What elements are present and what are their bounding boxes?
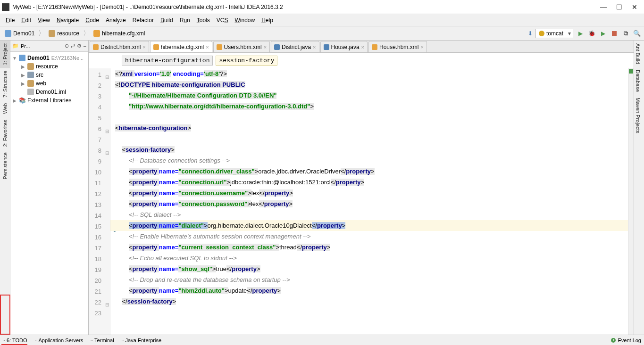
minimize-button[interactable]: — <box>600 3 607 11</box>
breadcrumb-resource[interactable]: resource <box>47 29 81 38</box>
menu-window[interactable]: Window <box>232 16 258 25</box>
code-line[interactable] <box>115 133 628 144</box>
code-line[interactable]: <hibernate-configuration> <box>115 123 628 133</box>
stop-button[interactable] <box>610 29 619 38</box>
left-tool-1--project[interactable]: 1: Project <box>0 41 10 68</box>
xml-crumb-hibernate-configuration[interactable]: hibernate-configuration <box>122 56 213 66</box>
line-number: 9 <box>89 156 110 167</box>
code-line[interactable]: <!-- SQL dialect --> <box>115 209 628 220</box>
code-line[interactable]: "http://www.hibernate.org/dtd/hibernate-… <box>115 101 628 112</box>
tree-node-Demo01.iml[interactable]: Demo01.iml <box>10 88 88 96</box>
menu-analyze[interactable]: Analyze <box>103 16 129 25</box>
run-button[interactable]: ▶ <box>576 29 585 38</box>
close-button[interactable]: ✕ <box>632 3 637 11</box>
search-icon[interactable]: 🔍 <box>633 29 641 38</box>
coverage-button[interactable]: ▶ <box>599 29 607 38</box>
close-icon[interactable]: × <box>361 44 364 50</box>
bottom-tool-6--todo[interactable]: ▫6: TODO <box>3 337 27 343</box>
bottom-tool-application-servers[interactable]: ▫Application Servers <box>35 337 84 343</box>
menu-tools[interactable]: Tools <box>194 16 213 25</box>
code-line[interactable]: <!-- Drop and re-create the database sch… <box>115 274 628 285</box>
right-tool-ant-build[interactable]: Ant Build <box>634 41 642 67</box>
breadcrumb-label: Demo01 <box>13 30 34 37</box>
code-line[interactable]: <session-factory> <box>115 144 628 155</box>
line-number: 1⊟ <box>89 69 110 80</box>
breadcrumb-hibernate.cfg.xml[interactable]: hibernate.cfg.xml <box>92 29 147 38</box>
code-line[interactable]: <property name="connection.url">jdbc:ora… <box>115 177 628 188</box>
close-icon[interactable]: × <box>264 44 267 50</box>
line-number: 14 <box>89 210 110 221</box>
left-tool-7--structure[interactable]: 7: Structure <box>0 68 10 100</box>
tab-District.hbm.xml[interactable]: District.hbm.xml× <box>90 41 149 52</box>
menu-help[interactable]: Help <box>259 16 276 25</box>
close-icon[interactable]: × <box>142 44 145 50</box>
code-line[interactable]: <property name="current_session_context_… <box>115 242 628 253</box>
menu-vcs[interactable]: VCS <box>214 16 231 25</box>
code-line[interactable]: "-//Hibernate/Hibernate Configuration DT… <box>115 90 628 101</box>
window-title: MyWeb - [E:\Y2163New\MyWeb] - [Demo01] -… <box>12 4 600 10</box>
menu-view[interactable]: View <box>35 16 53 25</box>
code-line[interactable]: </session-factory> <box>115 296 628 307</box>
code-line[interactable]: <property name="show_sql">true</property… <box>115 263 628 274</box>
tab-label: Users.hbm.xml <box>224 44 262 50</box>
tab-House.hbm.xml[interactable]: House.hbm.xml× <box>368 41 427 52</box>
pt-collapse-icon[interactable]: ⊙ <box>65 43 69 49</box>
breadcrumb-Demo01[interactable]: Demo01 <box>3 29 36 38</box>
close-icon[interactable]: × <box>420 44 423 50</box>
menu-edit[interactable]: Edit <box>18 16 34 25</box>
right-tool-database[interactable]: Database <box>634 67 642 95</box>
tree-label: web <box>36 80 46 87</box>
pt-scroll-icon[interactable]: ⇄ <box>71 43 75 49</box>
code-line[interactable]: <property name="connection.username">lex… <box>115 188 628 198</box>
menu-navigate[interactable]: Navigate <box>54 16 82 25</box>
code-line[interactable] <box>115 112 628 123</box>
menu-build[interactable]: Build <box>158 16 176 25</box>
left-tool-2--favorites[interactable]: 2: Favorites <box>0 117 10 149</box>
code-line[interactable] <box>115 307 628 318</box>
pt-hide-icon[interactable]: − <box>84 43 86 49</box>
menu-code[interactable]: Code <box>83 16 102 25</box>
maximize-button[interactable]: ☐ <box>616 3 622 11</box>
tomcat-icon <box>539 31 544 36</box>
menu-refactor[interactable]: Refactor <box>130 16 157 25</box>
code-content[interactable]: <?xml version='1.0' encoding='utf-8'?><!… <box>110 68 628 335</box>
code-line[interactable]: <?xml version='1.0' encoding='utf-8'?> <box>115 68 628 79</box>
close-icon[interactable]: × <box>206 44 209 50</box>
code-line[interactable]: <property name="connection.password">lex… <box>115 198 628 209</box>
code-line[interactable]: <!-- Database connection settings --> <box>115 155 628 166</box>
close-icon[interactable]: × <box>313 44 316 50</box>
xml-breadcrumb: hibernate-configurationsession-factory <box>89 53 634 68</box>
line-gutter: 1⊟23456⊟78⊟9101112131415💡16171819202122⊟… <box>89 68 110 335</box>
tree-root[interactable]: ▼ Demo01 E:\Y2163Ne... <box>10 54 88 62</box>
tab-House.java[interactable]: House.java× <box>320 41 368 52</box>
code-line[interactable]: <property name="hbm2ddl.auto">update</pr… <box>115 285 628 296</box>
event-log-button[interactable]: 1Event Log <box>611 337 641 343</box>
menu-file[interactable]: File <box>3 16 17 25</box>
code-line[interactable]: <!DOCTYPE hibernate-configuration PUBLIC <box>115 79 628 90</box>
menu-run[interactable]: Run <box>177 16 193 25</box>
code-line[interactable]: <!-- Enable Hibernate's automatic sessio… <box>115 231 628 242</box>
down-arrow-icon[interactable]: ⬇ <box>528 30 533 37</box>
bottom-tool-java-enterprise[interactable]: ▫Java Enterprise <box>122 337 161 343</box>
tab-District.java[interactable]: District.java× <box>271 41 319 52</box>
tree-node-web[interactable]: ▶web <box>10 79 88 88</box>
tab-Users.hbm.xml[interactable]: Users.hbm.xml× <box>213 41 270 52</box>
bottom-tool-terminal[interactable]: ▫Terminal <box>91 337 114 343</box>
code-editor[interactable]: 1⊟23456⊟78⊟9101112131415💡16171819202122⊟… <box>89 68 634 335</box>
project-tree[interactable]: ▼ Demo01 E:\Y2163Ne... ▶resource▶src▶web… <box>10 52 88 107</box>
xml-crumb-session-factory[interactable]: session-factory <box>216 56 277 66</box>
tree-node-src[interactable]: ▶src <box>10 71 88 79</box>
code-line[interactable]: <property name="connection.driver_class"… <box>115 166 628 177</box>
project-structure-button[interactable]: ⧉ <box>621 29 630 38</box>
tree-ext-libs[interactable]: ▶📚 External Libraries <box>10 96 88 105</box>
right-tool-maven-projects[interactable]: Maven Projects <box>634 95 642 136</box>
left-tool-web[interactable]: Web <box>0 100 10 116</box>
code-line[interactable]: <!-- Echo all executed SQL to stdout --> <box>115 253 628 263</box>
code-line[interactable]: <property name="dialect">org.hibernate.d… <box>110 220 628 231</box>
tree-node-resource[interactable]: ▶resource <box>10 62 88 71</box>
tab-hibernate.cfg.xml[interactable]: hibernate.cfg.xml× <box>150 41 212 52</box>
debug-button[interactable]: 🐞 <box>587 29 596 38</box>
pt-gear-icon[interactable]: ⚙ <box>77 43 82 49</box>
left-tool-persistence[interactable]: Persistence <box>0 149 10 182</box>
run-config-select[interactable]: tomcat <box>535 29 573 38</box>
